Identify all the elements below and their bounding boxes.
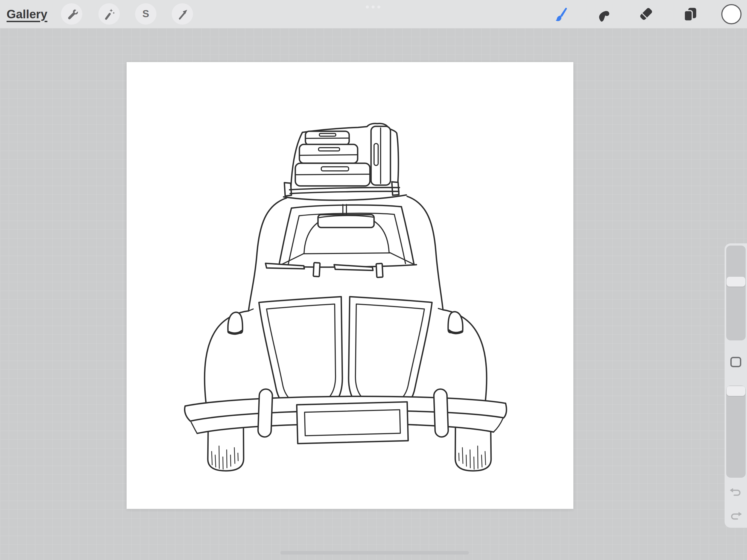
paint-tool-button[interactable] — [550, 5, 568, 23]
beetle-sketch — [127, 62, 573, 509]
selection-s-icon: S — [139, 7, 152, 21]
transform-arrow-icon — [176, 7, 189, 21]
top-toolbar: Gallery S — [0, 0, 747, 28]
svg-text:S: S — [143, 8, 149, 19]
selection-button[interactable]: S — [135, 3, 156, 25]
undo-arrow-icon — [729, 487, 742, 498]
magic-wand-icon — [103, 7, 115, 21]
color-swatch-button[interactable] — [721, 4, 742, 24]
drawing-canvas[interactable] — [127, 62, 573, 509]
brush-size-handle[interactable] — [726, 277, 745, 286]
layers-icon — [681, 5, 699, 23]
smudge-finger-icon — [594, 5, 612, 23]
home-indicator[interactable] — [280, 551, 469, 555]
transform-button[interactable] — [172, 3, 193, 25]
redo-button[interactable] — [729, 510, 742, 521]
opacity-slider[interactable] — [726, 385, 746, 478]
erase-tool-button[interactable] — [637, 5, 655, 23]
eraser-icon — [637, 5, 654, 23]
brush-sidebar — [725, 244, 747, 528]
redo-arrow-icon — [729, 510, 742, 521]
gallery-button[interactable]: Gallery — [6, 0, 47, 28]
modify-button[interactable] — [730, 357, 741, 367]
opacity-handle[interactable] — [726, 386, 745, 396]
brush-size-slider[interactable] — [726, 246, 746, 340]
layers-button[interactable] — [681, 5, 699, 23]
overflow-dots[interactable] — [366, 5, 380, 8]
paintbrush-icon — [550, 5, 568, 23]
wrench-icon — [65, 7, 78, 21]
undo-button[interactable] — [729, 487, 742, 498]
smudge-tool-button[interactable] — [594, 5, 612, 23]
actions-button[interactable] — [61, 3, 82, 25]
adjustments-button[interactable] — [98, 3, 120, 25]
